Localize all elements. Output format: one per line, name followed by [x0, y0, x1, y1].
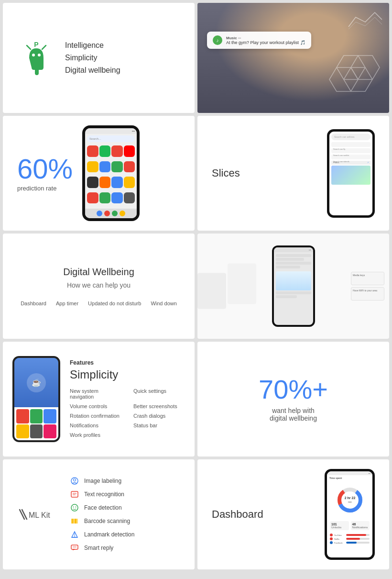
mlkit-text-recognition: Text recognition [70, 490, 134, 499]
mlkit-label-text: Text recognition [84, 491, 124, 498]
music-icon: ♪ [213, 35, 222, 45]
prediction-label: prediction rate [17, 185, 56, 192]
svg-text:P: P [34, 41, 38, 48]
app-icon-newsstand [87, 161, 98, 173]
android-p-card: P Intelligence Simplicity Digital wellbe… [3, 3, 195, 113]
svg-point-19 [76, 507, 76, 508]
dock-icon [120, 211, 125, 216]
app-icon-google [111, 192, 123, 204]
app-icon-camera [87, 177, 98, 188]
stat-unlocks: 101 Unlocks [330, 521, 349, 530]
music-notification-text: Music ··· At the gym? Play your workout … [226, 36, 305, 45]
features-phone-screen: ☕ [14, 358, 58, 440]
phone-screen: ▪▪▪ Search... [85, 128, 137, 218]
svg-point-18 [73, 507, 74, 508]
mini-screen-1 [197, 273, 226, 309]
android-p-logo: P [22, 39, 51, 77]
wellbeing-stat-card: 70%+ want help withdigital wellbeing [197, 342, 389, 457]
app-icon-chrome [111, 177, 123, 188]
slices-screen: Search can airlines Search can fly Searc… [329, 132, 372, 215]
phone-bottom-apps [14, 407, 58, 440]
svg-text:ML Kit: ML Kit [29, 511, 50, 519]
mlkit-label-smartreply: Smart reply [84, 545, 113, 551]
dashboard-app-list: YouTube Netflix Facebook [327, 532, 372, 546]
feature-screenshots: Better screenshots [133, 402, 187, 410]
app-icon-play [99, 177, 111, 188]
svg-text:2 hr 22: 2 hr 22 [344, 496, 355, 500]
app-row-youtube: YouTube [330, 534, 370, 536]
slice-photos-label: Photos ↗ [331, 161, 370, 165]
data-viz-lines [346, 8, 384, 32]
dashboard-phone: ▪▪▪ Time spent 2 hr 22 min 101 [325, 469, 375, 560]
app-row-facebook: Facebook [330, 541, 370, 544]
phone-search-bar: Search... [87, 135, 135, 142]
features-title: Simplicity [70, 368, 187, 381]
youtube-fill [346, 534, 366, 536]
tag-dnd: Updated do not disturb [88, 301, 141, 306]
wellbeing-title: Digital Wellbeing [63, 267, 134, 278]
svg-point-13 [74, 479, 76, 481]
dock-icon [97, 211, 102, 216]
dashboard-stats: 101 Unlocks 46 Notifications [327, 519, 372, 532]
app-icon-messages [87, 145, 98, 157]
features-tag: Features [70, 359, 187, 366]
wellbeing-subtitle: How we can help you [67, 281, 131, 289]
dashboard-chart-area: 2 hr 22 min [327, 481, 372, 519]
slices-search: Search can airlines [331, 134, 370, 140]
netflix-dot [330, 537, 333, 540]
mlkit-label-image: Image labeling [84, 478, 121, 484]
landmark-icon [70, 530, 79, 539]
adaptive-row [276, 291, 311, 294]
slices-phone: Search can airlines Search can fly Searc… [327, 129, 375, 218]
app-icon-drive [99, 192, 111, 204]
feature-workprofiles: Work profiles [70, 431, 124, 439]
mlkit-label-landmark: Landmark detection [84, 531, 134, 538]
svg-point-1 [38, 54, 41, 56]
wellbeing-stat-text: want help withdigital wellbeing [270, 407, 317, 422]
youtube-bar [346, 534, 370, 536]
feature-notifications: Notifications [70, 422, 124, 429]
coffee-icon: ☕ [27, 373, 46, 392]
text-recognition-icon [70, 490, 79, 499]
netflix-bar [346, 538, 370, 540]
prediction-percent: 60% [17, 155, 73, 183]
slice-row-2: Search can waitlist [331, 148, 370, 153]
stat-notifications: 46 Notifications [351, 521, 370, 530]
mlkit-card: ML Kit Image labeling Text recognition [3, 459, 195, 569]
slices-label: Slices [212, 167, 240, 179]
phone-mockup-prediction: ▪▪▪ Search... [82, 125, 140, 221]
mlkit-label-barcode: Barcode scanning [84, 518, 130, 524]
mlkit-image-labeling: Image labeling [70, 476, 134, 486]
feature-intelligence: Intelligence [65, 41, 120, 50]
adaptive-app-list [274, 252, 313, 300]
main-grid: P Intelligence Simplicity Digital wellbe… [0, 0, 392, 572]
image-labeling-icon [70, 476, 79, 486]
slice-row-1: Search can fly [331, 142, 370, 147]
features-phone: ☕ [12, 356, 60, 442]
bottom-app-3 [44, 409, 56, 423]
app-row-netflix: Netflix [330, 537, 370, 540]
mlkit-barcode: Barcode scanning [70, 516, 134, 526]
android-p-features: Intelligence Simplicity Digital wellbein… [65, 41, 120, 75]
bottom-app-2 [30, 409, 43, 423]
hex-grid-decoration [327, 51, 384, 108]
mlkit-features-list: Image labeling Text recognition Face det… [70, 476, 134, 553]
info-panels: Media keys Have WiFi to your area [351, 272, 384, 301]
barcode-icon [70, 516, 79, 526]
mlkit-logo-svg: ML Kit [17, 507, 55, 522]
bottom-app-5 [30, 424, 43, 438]
bottom-app-4 [16, 424, 29, 438]
dashboard-card: Dashboard ▪▪▪ Time spent 2 hr 22 min [197, 459, 389, 569]
feature-digital-wellbeing: Digital wellbeing [65, 66, 120, 75]
dashboard-label: Dashboard [212, 508, 263, 521]
app-icon-assistant [124, 177, 135, 188]
slice-photo-area [331, 166, 370, 185]
phone-app-grid [85, 144, 137, 209]
adaptive-row [276, 258, 304, 261]
facebook-fill [346, 542, 357, 544]
bottom-app-6 [44, 424, 56, 438]
mini-screen-2 [228, 264, 256, 304]
app-icon-phone [99, 161, 111, 173]
app-icon-photos [124, 161, 135, 173]
phone-dock [85, 209, 137, 218]
